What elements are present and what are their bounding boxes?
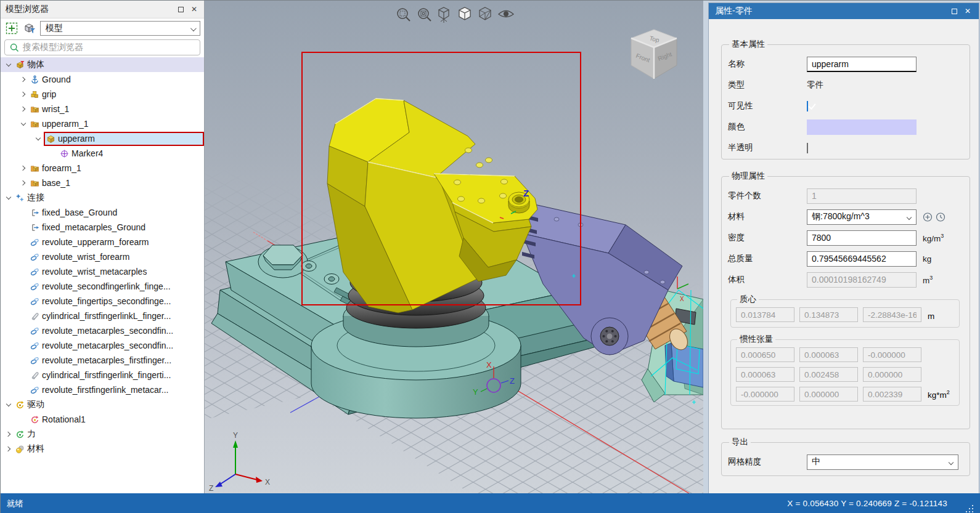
tree-item-revolute_secondfingerlink_finge-[interactable]: revolute_secondfingerlink_finge... <box>1 279 204 294</box>
expander-open-icon[interactable] <box>4 193 14 203</box>
tree-item-revolute_firstfingerlink_metacar-[interactable]: revolute_firstfingerlink_metacar... <box>1 382 204 397</box>
inertia-value: 0.002458 <box>799 367 858 382</box>
expander-closed-icon[interactable] <box>19 89 29 99</box>
tree-item-revolute_wrist_forearm[interactable]: revolute_wrist_forearm <box>1 249 204 264</box>
expander-closed-icon[interactable] <box>4 444 14 454</box>
tree-item-label: revolute_fingertips_secondfinge... <box>40 296 171 306</box>
tree-item-revolute_metacarples_firstfinger-[interactable]: revolute_metacarples_firstfinger... <box>1 353 204 368</box>
selected-tree-item-box[interactable]: upperarm <box>44 132 204 146</box>
expander-closed-icon[interactable] <box>19 178 29 188</box>
browser-scope-value: 模型 <box>46 23 63 34</box>
tree-item-upperarm_1[interactable]: upperarm_1 <box>1 116 204 131</box>
expander-closed-icon[interactable] <box>19 75 29 84</box>
expander-closed-icon[interactable] <box>19 163 29 173</box>
visibility-checkbox[interactable] <box>807 101 808 111</box>
density-field[interactable]: 7800 <box>807 230 917 246</box>
material-select[interactable]: 钢:7800kg/m^3 <box>807 209 917 225</box>
resize-grip[interactable] <box>966 505 974 513</box>
tree-item-力[interactable]: 力 <box>1 427 204 442</box>
expander-closed-icon[interactable] <box>4 429 14 439</box>
force-icon <box>14 429 25 439</box>
centroid-group: 质心 0.0137840.134873-2.28843e-16 m <box>730 294 960 328</box>
marker-x-label: X <box>486 360 492 370</box>
tree-item-forearm_1[interactable]: forearm_1 <box>1 161 204 176</box>
part-icon <box>29 119 40 129</box>
tree-item-材料[interactable]: 材料 <box>1 442 204 456</box>
add-material-icon[interactable] <box>924 213 932 221</box>
name-field[interactable]: upperarm <box>807 57 917 72</box>
expander-spacer <box>19 326 29 336</box>
model-tree: 物体Groundgripwrist_1upperarm_1upperarmMar… <box>1 57 204 456</box>
mass-label: 总质量 <box>728 253 807 264</box>
revolute-icon <box>29 237 40 247</box>
tree-item-label: fixed_metacarples_Ground <box>40 222 145 232</box>
tree-item-Rotational1[interactable]: Rotational1 <box>1 412 204 427</box>
tree-item-revolute_metacarples_secondfin-[interactable]: revolute_metacarples_secondfin... <box>1 338 204 353</box>
float-panel-icon[interactable] <box>176 4 186 14</box>
tree-item-label: 力 <box>25 429 36 440</box>
model-browser-panel: 模型浏览器 ✕ 模型 搜索模型浏览器 物体Groundgripwrist_1up… <box>1 1 205 493</box>
tree-item-label: revolute_upperarm_forearm <box>40 237 149 247</box>
revolute-icon <box>29 341 40 350</box>
close-panel-icon[interactable]: ✕ <box>189 4 199 14</box>
tree-item-fixed_base_Ground[interactable]: fixed_base_Ground <box>1 205 204 220</box>
tree-item-驱动[interactable]: 驱动 <box>1 397 204 412</box>
shaded-cube-icon[interactable] <box>459 7 470 20</box>
export-legend: 导出 <box>729 437 751 448</box>
close-properties-icon[interactable]: ✕ <box>963 6 973 16</box>
tree-item-revolute_wrist_metacarples[interactable]: revolute_wrist_metacarples <box>1 264 204 279</box>
tree-item-fixed_metacarples_Ground[interactable]: fixed_metacarples_Ground <box>1 220 204 235</box>
revolute-icon <box>29 252 40 262</box>
inertia-value: -0.000000 <box>863 347 921 362</box>
material-label: 材料 <box>728 211 807 222</box>
export-group: 导出 网格精度 中 <box>721 437 970 476</box>
translucent-label: 半透明 <box>728 142 807 153</box>
search-input[interactable]: 搜索模型浏览器 <box>4 39 200 55</box>
tree-item-cylindrical_firstfingerlinkL_finger-[interactable]: cylindrical_firstfingerlinkL_finger... <box>1 309 204 323</box>
tree-item-cylindrical_firstfingerlink_fingerti-[interactable]: cylindrical_firstfingerlink_fingerti... <box>1 368 204 382</box>
tree-item-revolute_metacarples_secondfin-[interactable]: revolute_metacarples_secondfin... <box>1 323 204 338</box>
tree-item-label: cylindrical_firstfingerlink_fingerti... <box>40 370 171 380</box>
tree-item-物体[interactable]: 物体 <box>1 57 204 72</box>
filter-model-button[interactable] <box>22 21 37 36</box>
tree-item-base_1[interactable]: base_1 <box>1 176 204 190</box>
tree-item-upperarm[interactable]: upperarm <box>1 131 204 146</box>
status-ready-text: 就绪 <box>7 498 23 509</box>
3d-viewport[interactable]: X <box>205 1 703 493</box>
inertia-value: 0.000063 <box>736 367 794 382</box>
expander-open-icon[interactable] <box>19 119 29 129</box>
expander-spacer <box>49 148 59 158</box>
tree-item-连接[interactable]: 连接 <box>1 190 204 205</box>
mesh-precision-select[interactable]: 中 <box>807 454 958 470</box>
expander-closed-icon[interactable] <box>19 104 29 114</box>
tree-item-grip[interactable]: grip <box>1 87 204 102</box>
centroid-value: 0.013784 <box>736 307 794 322</box>
expander-open-icon[interactable] <box>4 400 14 410</box>
fixed-icon <box>29 222 40 232</box>
marker-z-label: Z <box>510 376 515 386</box>
status-bar: 就绪 X = 0.056430 Y = 0.240669 Z = -0.1211… <box>1 493 980 513</box>
color-swatch[interactable] <box>807 119 917 135</box>
browser-scope-select[interactable]: 模型 <box>40 21 200 36</box>
tree-item-wrist_1[interactable]: wrist_1 <box>1 102 204 116</box>
tree-item-Ground[interactable]: Ground <box>1 72 204 87</box>
translucent-checkbox[interactable] <box>807 143 808 153</box>
tree-item-revolute_fingertips_secondfinge-[interactable]: revolute_fingertips_secondfinge... <box>1 294 204 309</box>
type-label: 类型 <box>728 79 807 91</box>
expander-open-icon[interactable] <box>34 134 44 143</box>
basic-properties-group: 基本属性 名称 upperarm 类型 零件 可见性 颜色 <box>721 39 970 160</box>
float-properties-icon[interactable] <box>949 6 959 16</box>
svg-text:X: X <box>680 296 684 302</box>
expander-open-icon[interactable] <box>4 60 14 70</box>
volume-label: 体积 <box>728 274 807 285</box>
material-history-icon[interactable] <box>937 213 945 221</box>
mass-field[interactable]: 0.79545669445562 <box>807 251 917 267</box>
expander-spacer <box>19 385 29 395</box>
tree-item-label: 材料 <box>25 443 44 454</box>
boxes-icon <box>29 89 40 99</box>
tree-item-label: 物体 <box>25 59 44 70</box>
tree-item-revolute_upperarm_forearm[interactable]: revolute_upperarm_forearm <box>1 235 204 249</box>
cube-icon <box>45 134 56 143</box>
add-model-button[interactable] <box>4 21 19 36</box>
tree-item-Marker4[interactable]: Marker4 <box>1 146 204 161</box>
